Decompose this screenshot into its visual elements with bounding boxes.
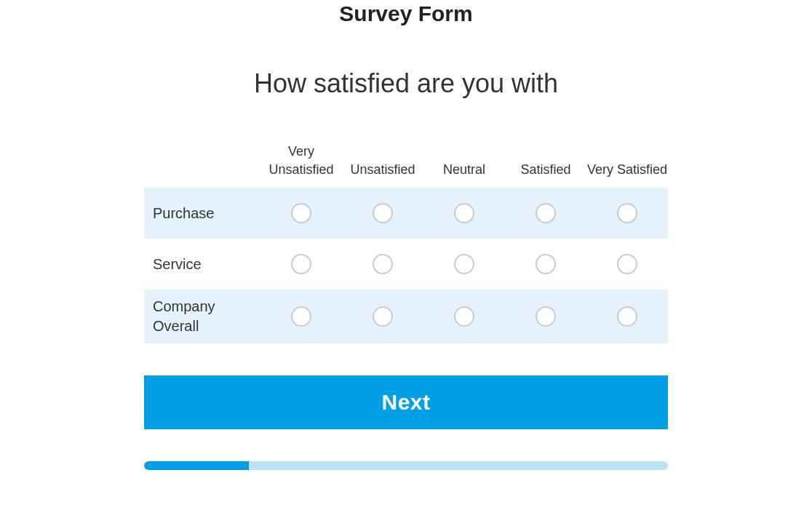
radio-purchase-very-unsatisfied[interactable] [291, 203, 311, 223]
next-button[interactable]: Next [144, 375, 668, 429]
matrix-row-company-overall: Company Overall [144, 290, 668, 343]
col-label-satisfied: Satisfied [505, 161, 586, 179]
radio-purchase-unsatisfied[interactable] [373, 203, 393, 223]
progress-fill [144, 461, 249, 470]
radio-service-neutral[interactable] [454, 254, 474, 274]
col-label-very-satisfied: Very Satisfied [586, 161, 668, 179]
radio-service-unsatisfied[interactable] [373, 254, 393, 274]
progress-bar [144, 461, 668, 470]
radio-purchase-satisfied[interactable] [536, 203, 556, 223]
radio-company-neutral[interactable] [454, 306, 474, 327]
radio-service-very-unsatisfied[interactable] [291, 254, 311, 274]
row-label: Company Overall [144, 297, 260, 336]
row-label: Purchase [144, 204, 260, 223]
radio-service-very-satisfied[interactable] [617, 254, 637, 274]
col-label-neutral: Neutral [423, 161, 505, 179]
matrix-header: Very Unsatisfied Unsatisfied Neutral Sat… [144, 143, 668, 188]
matrix-row-purchase: Purchase [144, 188, 668, 239]
row-label: Service [144, 255, 260, 274]
page-title: Survey Form [339, 1, 472, 26]
radio-service-satisfied[interactable] [536, 254, 556, 274]
radio-company-satisfied[interactable] [536, 306, 556, 327]
radio-company-very-satisfied[interactable] [617, 306, 637, 327]
radio-purchase-neutral[interactable] [454, 203, 474, 223]
col-label-unsatisfied: Unsatisfied [342, 161, 423, 179]
radio-company-unsatisfied[interactable] [373, 306, 393, 327]
col-label-very-unsatisfied: Very Unsatisfied [260, 143, 342, 179]
radio-purchase-very-satisfied[interactable] [617, 203, 637, 223]
matrix-row-service: Service [144, 239, 668, 290]
radio-company-very-unsatisfied[interactable] [291, 306, 311, 327]
likert-matrix: Very Unsatisfied Unsatisfied Neutral Sat… [144, 143, 668, 343]
survey-question: How satisfied are you with [254, 68, 558, 99]
